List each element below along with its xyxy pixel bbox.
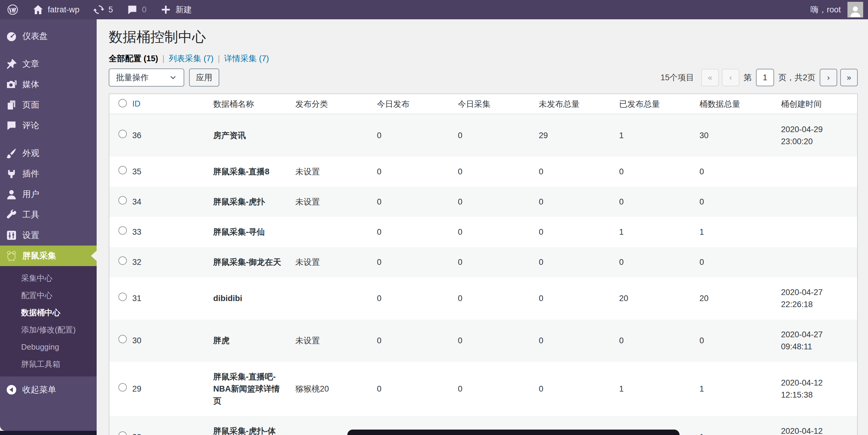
table-row-34: 34胖鼠采集-虎扑未设置00000: [109, 187, 857, 217]
filter-link-1[interactable]: 列表采集 (7): [169, 53, 214, 64]
submenu-item-5[interactable]: 胖鼠工具箱: [0, 356, 97, 373]
filter-separator: |: [162, 54, 164, 63]
column-header-id[interactable]: ID: [132, 99, 141, 108]
admin-menu: 仪表盘文章媒体页面评论外观插件用户工具设置: [0, 19, 97, 245]
row-checkbox[interactable]: [118, 431, 127, 435]
row-checkbox[interactable]: [118, 226, 127, 235]
prev-page-button[interactable]: ‹: [722, 69, 739, 86]
cell-today_publish: 0: [371, 187, 452, 217]
apply-button[interactable]: 应用: [189, 68, 219, 87]
page-prefix: 第: [742, 72, 753, 83]
row-checkbox[interactable]: [118, 383, 127, 392]
sidebar-item-9[interactable]: 设置: [0, 225, 97, 245]
cell-today_collect: 0: [452, 157, 533, 187]
tools-icon: [5, 209, 18, 221]
sidebar-item-2[interactable]: 媒体: [0, 74, 97, 95]
row-checkbox[interactable]: [118, 257, 127, 265]
cell-total: 1: [693, 217, 775, 247]
cell-today_collect: 0: [452, 217, 533, 247]
cell-id: 35: [126, 157, 207, 187]
avatar[interactable]: [847, 2, 863, 18]
cell-created: 2020-04-27 22:26:18: [775, 277, 857, 320]
cell-today_collect: 0: [452, 320, 533, 362]
site-name-link[interactable]: fatrat-wp: [25, 0, 86, 19]
row-checkbox[interactable]: [118, 166, 127, 174]
cell-today_publish: 0: [371, 277, 452, 320]
cell-published: 1: [613, 114, 693, 157]
sidebar-item-7[interactable]: 用户: [0, 184, 97, 204]
new-content-button[interactable]: 新建: [153, 0, 198, 19]
cell-published: 0: [613, 157, 693, 187]
sidebar-item-8[interactable]: 工具: [0, 204, 97, 225]
submenu-item-4[interactable]: Debugging: [0, 338, 97, 356]
admin-sidebar: 仪表盘文章媒体页面评论外观插件用户工具设置 胖鼠采集 采集中心配置中心数据桶中心…: [0, 19, 97, 431]
cell-today_collect: 0: [452, 277, 533, 320]
sidebar-item-label: 文章: [22, 58, 39, 70]
filter-link-2[interactable]: 详情采集 (7): [224, 53, 269, 64]
submenu-item-2[interactable]: 数据桶中心: [0, 304, 97, 321]
cell-unpublished: 0: [533, 277, 613, 320]
current-page-input[interactable]: [756, 69, 774, 86]
sidebar-item-label: 胖鼠采集: [22, 250, 56, 262]
cell-total: 0: [693, 320, 775, 362]
cell-name[interactable]: 房产资讯: [207, 114, 289, 157]
sidebar-item-1[interactable]: 文章: [0, 54, 97, 74]
cell-unpublished: 0: [533, 247, 613, 277]
column-header-published: 已发布总量: [613, 94, 693, 114]
pin-icon: [5, 58, 18, 70]
submenu-item-3[interactable]: 添加/修改(配置): [0, 321, 97, 338]
cell-category: 猕猴桃20: [289, 362, 371, 416]
sidebar-item-6[interactable]: 插件: [0, 164, 97, 184]
sidebar-item-label: 设置: [22, 230, 39, 241]
cell-today_publish: 0: [371, 114, 452, 157]
sidebar-item-3[interactable]: 页面: [0, 95, 97, 115]
cell-total: 0: [693, 157, 775, 187]
items-count: 15个项目: [660, 72, 694, 83]
cell-name[interactable]: 胖虎: [207, 320, 289, 362]
filter-link-0[interactable]: 全部配置 (15): [109, 53, 158, 64]
submenu-item-0[interactable]: 采集中心: [0, 270, 97, 287]
buckets-table-card: ID 数据桶名称 发布分类 今日发布 今日采集 未发布总量 已发布总量 桶数据总…: [109, 94, 858, 435]
cell-category: [289, 114, 371, 157]
wordpress-menu[interactable]: [0, 0, 25, 19]
bulk-actions-select[interactable]: 批量操作: [109, 68, 184, 87]
comments-icon: [5, 120, 18, 132]
cell-created: 2020-04-27 09:48:11: [775, 320, 857, 362]
last-page-button[interactable]: »: [840, 69, 858, 86]
plugins-icon: [5, 168, 18, 180]
first-page-button[interactable]: «: [701, 69, 719, 86]
cell-name[interactable]: 胖鼠采集-寻仙: [207, 217, 289, 247]
cell-name[interactable]: 胖鼠采集-虎扑: [207, 187, 289, 217]
cell-name[interactable]: dibidibi: [207, 277, 289, 320]
cell-published: 0: [613, 247, 693, 277]
sidebar-item-4[interactable]: 评论: [0, 115, 97, 136]
filter-separator: |: [218, 54, 220, 63]
collapse-menu-button[interactable]: 收起菜单: [0, 379, 97, 400]
submenu-item-1[interactable]: 配置中心: [0, 287, 97, 304]
cell-published: 1: [613, 217, 693, 247]
sidebar-item-5[interactable]: 外观: [0, 143, 97, 164]
home-icon: [32, 4, 44, 16]
updates-indicator[interactable]: 5: [86, 0, 120, 19]
cell-today_publish: 0: [371, 362, 452, 416]
next-page-button[interactable]: ›: [820, 69, 837, 86]
sidebar-item-0[interactable]: 仪表盘: [0, 26, 97, 46]
row-checkbox[interactable]: [118, 293, 127, 301]
row-checkbox[interactable]: [118, 335, 127, 343]
account-menu[interactable]: 嗨，root: [804, 0, 843, 19]
select-all-checkbox[interactable]: [118, 99, 127, 107]
row-checkbox[interactable]: [118, 130, 127, 138]
cell-name[interactable]: 胖鼠采集-虎扑-体育新闻详情页: [207, 416, 289, 435]
column-header-unpublished: 未发布总量: [533, 94, 613, 114]
cell-id: 30: [126, 320, 207, 362]
cell-name[interactable]: 胖鼠采集-御龙在天: [207, 247, 289, 277]
sidebar-item-fatrat-plugin[interactable]: 胖鼠采集: [0, 245, 97, 266]
cell-total: 20: [693, 277, 775, 320]
plus-icon: [160, 4, 172, 16]
cell-name[interactable]: 胖鼠采集-直播吧-NBA新闻篮球详情页: [207, 362, 289, 416]
cell-published: 20: [613, 277, 693, 320]
row-checkbox[interactable]: [118, 196, 127, 204]
comments-indicator[interactable]: 0: [120, 0, 153, 19]
cell-category: 未设置: [289, 187, 371, 217]
cell-name[interactable]: 胖鼠采集-直播8: [207, 157, 289, 187]
